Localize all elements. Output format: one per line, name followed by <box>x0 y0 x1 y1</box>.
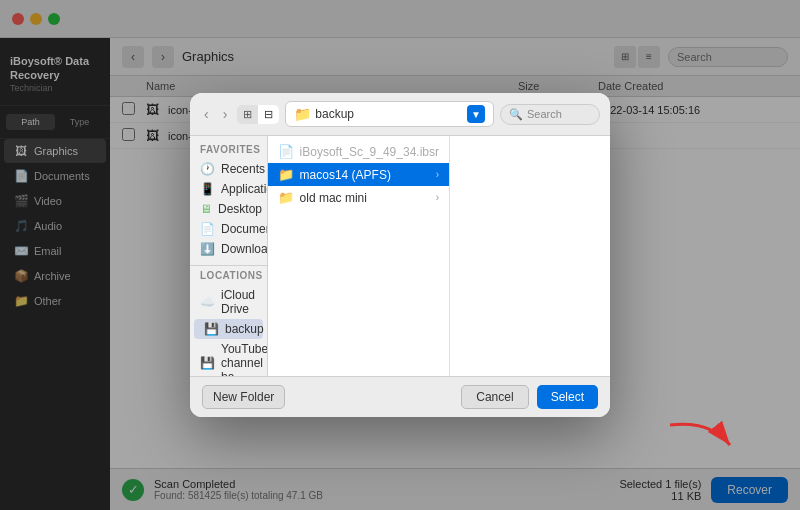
youtube-label: YouTube channel ba... <box>221 342 268 376</box>
save-dialog: ‹ › ⊞ ⊟ 📁 backup ▼ 🔍 Search <box>190 93 610 417</box>
sidebar-item-icloud[interactable]: ☁️ iCloud Drive <box>190 285 267 319</box>
sidebar-item-backup[interactable]: 💾 backup <box>194 319 263 339</box>
sidebar-item-documents-dialog[interactable]: 📄 Documents <box>190 219 267 239</box>
folder-icon: 📁 <box>278 190 294 205</box>
browser-item-macos14[interactable]: 📁 macos14 (APFS) › <box>268 163 449 186</box>
dialog-location-bar: 📁 backup ▼ <box>285 101 494 127</box>
browser-item-label: macos14 (APFS) <box>300 168 391 182</box>
search-placeholder: Search <box>527 108 562 120</box>
backup-drive-icon: 💾 <box>204 322 219 336</box>
browser-item-ibsr[interactable]: 📄 iBoysoft_Sc_9_49_34.ibsr <box>268 140 449 163</box>
cancel-button[interactable]: Cancel <box>461 385 528 409</box>
dialog-search: 🔍 Search <box>500 104 600 125</box>
dialog-forward-button[interactable]: › <box>219 104 232 124</box>
dialog-browser: 📄 iBoysoft_Sc_9_49_34.ibsr 📁 macos14 (AP… <box>268 136 610 376</box>
file-icon: 📄 <box>278 144 294 159</box>
sidebar-item-downloads[interactable]: ⬇️ Downloads <box>190 239 267 259</box>
locations-section-header: Locations <box>190 268 267 285</box>
icloud-icon: ☁️ <box>200 295 215 309</box>
dialog-grid-view-button[interactable]: ⊞ <box>237 105 258 124</box>
folder-icon: 📁 <box>294 106 311 122</box>
applications-icon: 📱 <box>200 182 215 196</box>
sidebar-item-youtube[interactable]: 💾 YouTube channel ba... <box>190 339 267 376</box>
youtube-drive-icon: 💾 <box>200 356 215 370</box>
documents-label: Documents <box>221 222 268 236</box>
downloads-icon: ⬇️ <box>200 242 215 256</box>
recents-label: Recents <box>221 162 265 176</box>
chevron-right-icon: › <box>436 192 439 203</box>
location-dropdown-button[interactable]: ▼ <box>467 105 485 123</box>
browser-col-2 <box>450 136 610 376</box>
browser-item-label: old mac mini <box>300 191 367 205</box>
dialog-toolbar: ‹ › ⊞ ⊟ 📁 backup ▼ 🔍 Search <box>190 93 610 136</box>
dialog-body: Favorites 🕐 Recents 📱 Applications 🖥 Des… <box>190 136 610 376</box>
browser-col-1: 📄 iBoysoft_Sc_9_49_34.ibsr 📁 macos14 (AP… <box>268 136 450 376</box>
recents-icon: 🕐 <box>200 162 215 176</box>
downloads-label: Downloads <box>221 242 268 256</box>
dialog-column-view-button[interactable]: ⊟ <box>258 105 279 124</box>
chevron-right-icon: › <box>436 169 439 180</box>
dialog-sidebar: Favorites 🕐 Recents 📱 Applications 🖥 Des… <box>190 136 268 376</box>
select-button[interactable]: Select <box>537 385 598 409</box>
dialog-footer: New Folder Cancel Select <box>190 376 610 417</box>
desktop-icon: 🖥 <box>200 202 212 216</box>
browser-item-oldmac[interactable]: 📁 old mac mini › <box>268 186 449 209</box>
sidebar-item-desktop[interactable]: 🖥 Desktop <box>190 199 267 219</box>
sidebar-item-recents[interactable]: 🕐 Recents <box>190 159 267 179</box>
dialog-view-buttons: ⊞ ⊟ <box>237 105 279 124</box>
location-text: backup <box>315 107 463 121</box>
folder-icon: 📁 <box>278 167 294 182</box>
dialog-overlay: ‹ › ⊞ ⊟ 📁 backup ▼ 🔍 Search <box>0 0 800 510</box>
dialog-actions: Cancel Select <box>461 385 598 409</box>
applications-label: Applications <box>221 182 268 196</box>
browser-item-label: iBoysoft_Sc_9_49_34.ibsr <box>300 145 439 159</box>
arrow-indicator <box>660 415 740 455</box>
app-window: iBoysoft® Data Recovery Technician Path … <box>0 0 800 510</box>
documents-icon: 📄 <box>200 222 215 236</box>
desktop-label: Desktop <box>218 202 262 216</box>
backup-label: backup <box>225 322 264 336</box>
new-folder-button[interactable]: New Folder <box>202 385 285 409</box>
icloud-label: iCloud Drive <box>221 288 257 316</box>
dialog-back-button[interactable]: ‹ <box>200 104 213 124</box>
favorites-section-header: Favorites <box>190 142 267 159</box>
sidebar-item-applications[interactable]: 📱 Applications <box>190 179 267 199</box>
search-icon: 🔍 <box>509 108 523 121</box>
